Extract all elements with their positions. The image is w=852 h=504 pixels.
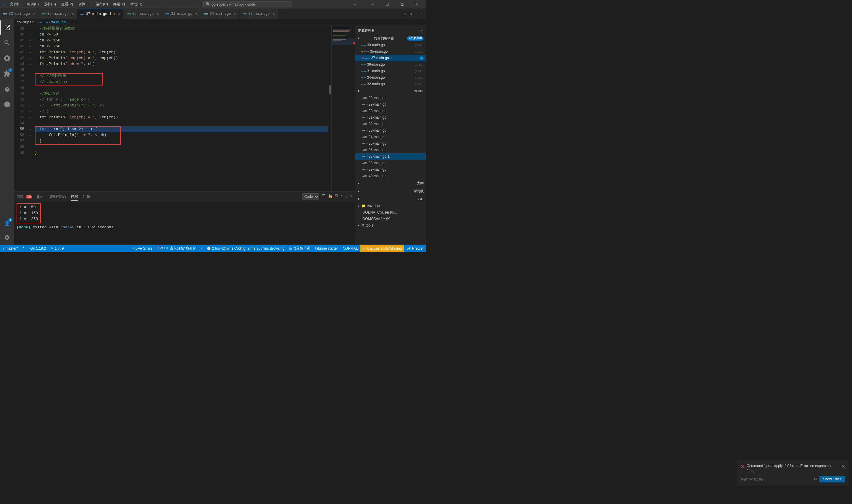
- activity-git[interactable]: [0, 51, 14, 65]
- tab-close-33[interactable]: ×: [33, 12, 35, 16]
- tab-34-main[interactable]: ∞∞ 34-main.go ×: [201, 9, 240, 19]
- open-file-32[interactable]: ∞∞ 32-main.go go-s...: [355, 81, 426, 87]
- tab-close-37[interactable]: ×: [118, 12, 121, 17]
- run-button[interactable]: ▷: [403, 11, 407, 17]
- open-file-33[interactable]: ∞∞ 33-main.go go-s...: [355, 42, 426, 48]
- menu-terminal[interactable]: 终端(T): [111, 1, 127, 7]
- open-file-35[interactable]: ● ∞∞ 35-main.go go-s...: [355, 48, 426, 55]
- menu-select[interactable]: 选择(S): [42, 1, 58, 7]
- terminal-scroll-down-btn[interactable]: ∨: [345, 194, 348, 200]
- minimize-button[interactable]: ─: [366, 0, 379, 9]
- menu-edit[interactable]: 编辑(E): [24, 1, 41, 7]
- go-tools-folder[interactable]: ▸ ⚙ tools: [355, 222, 426, 229]
- tab-37-main[interactable]: ∞∞ 37-main.go 1 ● ×: [77, 9, 124, 19]
- terminal-close-btn[interactable]: ✕: [350, 194, 352, 200]
- tab-33-main[interactable]: ∞∞ 33-main.go ×: [0, 9, 39, 19]
- activity-account[interactable]: 👤 1: [0, 216, 14, 230]
- tree-33[interactable]: ∞∞ 33-main.go: [355, 127, 426, 134]
- tab-close-32[interactable]: ×: [272, 12, 275, 16]
- tree-30[interactable]: ∞∞ 30-main.go: [355, 108, 426, 114]
- tab-output[interactable]: 输出: [37, 193, 44, 200]
- menu-run[interactable]: 运行(R): [93, 1, 110, 7]
- status-vim-mode[interactable]: NORMAL: [340, 245, 360, 252]
- tree-28[interactable]: ∞∞ 28-main.go: [355, 95, 426, 101]
- status-xplot[interactable]: XPLOT 当前分组: 所有(ALL): [155, 245, 204, 252]
- tab-terminal[interactable]: 终端: [71, 193, 78, 200]
- code-content[interactable]: //继续批量存储数据 ch <- 50 ch <- 150 ch <- 250 …: [35, 26, 328, 191]
- breadcrumb-part-3[interactable]: ...: [70, 20, 77, 24]
- breadcrumb-part-1[interactable]: go-super: [17, 20, 34, 24]
- status-auto-analysis[interactable]: 自动分析单词: [287, 245, 313, 252]
- status-tabnine[interactable]: tabnine starter: [313, 245, 340, 252]
- go-env-folder[interactable]: ▸ 📁 env code: [355, 203, 426, 209]
- tree-37[interactable]: ∞∞ 37-main.go 1: [355, 153, 426, 160]
- scrollbar-thumb[interactable]: [329, 85, 331, 94]
- activity-run-debug[interactable]: [0, 82, 14, 96]
- nav-back[interactable]: ←: [352, 2, 357, 6]
- open-file-36[interactable]: ∞∞ 36-main.go go-s...: [355, 61, 426, 68]
- tab-comments[interactable]: 注释: [83, 193, 90, 200]
- terminal-copy-btn[interactable]: ⧉: [335, 194, 338, 200]
- status-git-branch[interactable]: ⑂ master*: [0, 245, 20, 252]
- timeline-header[interactable]: ▸ 时间线: [355, 187, 426, 195]
- terminal-clear-btn[interactable]: ☰: [322, 194, 325, 200]
- terminal-scroll-up-btn[interactable]: ∧: [341, 194, 343, 200]
- status-errors[interactable]: ✕ 1 △ 9: [48, 245, 66, 252]
- tree-31[interactable]: ∞∞ 31-main.go: [355, 114, 426, 121]
- menu-help[interactable]: 帮助(H): [128, 1, 145, 7]
- vertical-scrollbar[interactable]: [328, 26, 331, 191]
- close-icon-37[interactable]: ✕: [361, 56, 364, 60]
- tab-36-main[interactable]: ∞∞ 36-main.go ×: [124, 9, 162, 19]
- tree-38[interactable]: ∞∞ 38-main.go: [355, 160, 426, 166]
- tab-close-36[interactable]: ×: [157, 12, 159, 16]
- activity-settings[interactable]: [0, 230, 14, 245]
- more-actions-button[interactable]: ···: [415, 11, 424, 17]
- open-file-37[interactable]: ✕ ∞∞ 37-main.go... 1: [355, 55, 426, 61]
- tab-close-31[interactable]: ×: [195, 12, 198, 16]
- open-file-31[interactable]: ∞∞ 31-main.go go-s...: [355, 68, 426, 74]
- status-sync[interactable]: ↻: [20, 245, 28, 252]
- tree-35[interactable]: ∞∞ 35-main.go: [355, 140, 426, 147]
- sidebar-more-btn[interactable]: ···: [419, 28, 424, 34]
- go-section-header[interactable]: ▾ GO: [355, 195, 426, 203]
- terminal-content[interactable]: i = 50 i = 150 i = 250 [Done] exited wit…: [14, 202, 355, 245]
- code-section-header[interactable]: ▾ CODE: [355, 87, 426, 95]
- menu-view[interactable]: 查看(V): [59, 1, 75, 7]
- tree-39[interactable]: ∞∞ 39-main.go: [355, 166, 426, 173]
- status-live-share[interactable]: ↗ Live Share: [129, 245, 155, 252]
- open-file-34[interactable]: ∞∞ 34-main.go go-s...: [355, 74, 426, 81]
- terminal-lock-btn[interactable]: 🔒: [328, 194, 333, 200]
- status-prettier[interactable]: ✨ Prettier: [404, 245, 426, 252]
- breadcrumb-part-2[interactable]: ∞∞ 37-main.go: [38, 20, 66, 24]
- activity-remote[interactable]: [0, 97, 14, 111]
- tab-35-main[interactable]: ∞∞ 35-main.go ×: [39, 9, 77, 19]
- activity-search[interactable]: [0, 36, 14, 50]
- outline-header[interactable]: ▸ 大纲: [355, 179, 426, 187]
- tab-close-34[interactable]: ×: [234, 12, 236, 16]
- tab-close-35[interactable]: ×: [72, 12, 74, 16]
- tab-32-main[interactable]: ∞∞ 32-main.go ×: [240, 9, 278, 19]
- shell-selector[interactable]: Code: [302, 194, 319, 200]
- title-search-box[interactable]: 🔍 go-super\37-main.go - code: [203, 1, 292, 7]
- maximize-button[interactable]: □: [380, 0, 394, 9]
- menu-goto[interactable]: 转到(G): [76, 1, 93, 7]
- nav-fwd[interactable]: →: [359, 2, 363, 6]
- tree-29[interactable]: ∞∞ 29-main.go: [355, 101, 426, 108]
- status-time-info[interactable]: ⌚ 2 hrs 42 mins Coding, 2 hrs 36 mins Br…: [204, 245, 287, 252]
- status-analysis-tools[interactable]: △ Analysis Tools Missing: [360, 245, 404, 252]
- tree-40[interactable]: ∞∞ 40-main.go: [355, 173, 426, 179]
- tree-32[interactable]: ∞∞ 32-main.go: [355, 121, 426, 127]
- tab-problems[interactable]: 问题 10: [17, 193, 32, 200]
- activity-explorer[interactable]: [0, 20, 14, 35]
- activity-extensions[interactable]: 3: [0, 67, 14, 81]
- menu-file[interactable]: 文件(F): [8, 1, 24, 7]
- tree-34[interactable]: ∞∞ 34-main.go: [355, 134, 426, 140]
- open-editors-header[interactable]: ▾ 打开的编辑器 2个未保存: [355, 35, 426, 42]
- tree-36[interactable]: ∞∞ 36-main.go: [355, 147, 426, 153]
- close-button[interactable]: ✕: [410, 0, 424, 9]
- tab-debug-console[interactable]: 调试控制台: [49, 193, 66, 200]
- tab-31-main[interactable]: ∞∞ 31-main.go ×: [162, 9, 201, 19]
- layout-button[interactable]: ⧉: [395, 0, 409, 9]
- status-go-version[interactable]: Go 1.19.2: [28, 245, 48, 252]
- split-editor-button[interactable]: ⊡: [409, 11, 413, 17]
